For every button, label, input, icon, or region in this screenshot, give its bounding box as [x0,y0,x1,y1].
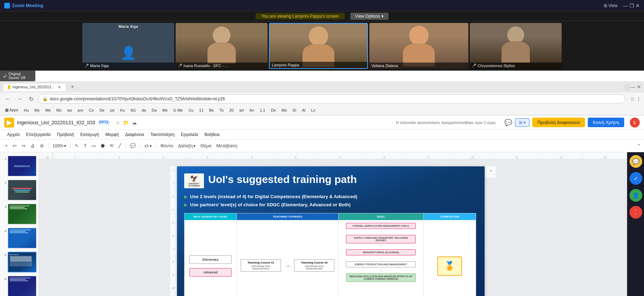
bookmark-pe[interactable]: pe [108,107,117,113]
url-bar[interactable]: 🔒 docs.google.com/presentation/d/1G70Yqv… [38,94,625,103]
bookmark-me1[interactable]: Me [43,107,53,113]
menu-taktopohsi[interactable]: Τακτοποίηση [147,131,177,138]
bookmark-ku[interactable]: Ku [118,107,127,113]
comment-icon[interactable]: 💬 [504,119,512,126]
zoom-tool-yellow[interactable]: 💬 [630,155,642,168]
bookmark-al[interactable]: Al [300,107,308,113]
menu-arxeio[interactable]: Αρχείο [4,131,23,138]
menu-morfi[interactable]: Μορφή [103,131,122,138]
zoom-tool-green[interactable]: 👤 [630,189,642,202]
toolbar-print[interactable]: 🖨 [28,142,37,149]
bookmark-11[interactable]: 11 [197,107,205,113]
thumbnail-item-5[interactable]: 5 UoI's training [1,251,37,273]
slide-frame[interactable]: 🦅 UNIVERSITYOF IOANNINA UoI's suggested … [177,166,485,296]
reload-button[interactable]: ↻ [27,95,36,103]
share-button[interactable]: Κοινή Χρήση [588,118,624,127]
bookmark-11b[interactable]: 1.1 [258,107,267,113]
maximize-button[interactable]: ❐ [630,3,634,8]
toolbar-comment[interactable]: 💬 [128,142,138,149]
new-tab-button[interactable]: + [68,84,77,90]
toolbar-redo[interactable]: ↪ [19,142,28,149]
bookmark-pre[interactable]: pre [76,107,86,113]
close-button[interactable]: ✕ [636,3,640,8]
menu-diafaneia[interactable]: Διαφάνεια [122,131,147,138]
thumbnail-item-6[interactable]: 6 [1,275,37,296]
bookmark-ws[interactable]: ws [65,107,74,113]
back-button[interactable]: ← [3,95,13,103]
zoom-tool-blue[interactable]: ✓ [630,172,642,185]
bookmark-be[interactable]: Be [207,107,216,113]
thumbnail-item-1[interactable]: 1 INGENIOUS [1,155,37,177]
bookmark-art[interactable]: art [237,107,246,113]
present-button[interactable]: Προβολή διαφανειών [532,118,585,127]
bookmarks-bar: ▦ Apps Hu My Me Mc ws pre Co De pe Ku Ib… [0,105,644,115]
settings-icon[interactable]: ⋮ [636,96,641,102]
toolbar-paint[interactable]: ⊘ [38,142,46,149]
forward-button[interactable]: → [15,95,25,103]
close-browser-icon[interactable]: ✕ [637,84,641,90]
zoom-tool-red[interactable]: 📍 [630,206,642,219]
toolbar-zoom[interactable]: 100%▾ [51,142,69,149]
menu-provoli[interactable]: Προβολή [54,131,77,138]
minimize-browser-icon[interactable]: — [631,84,636,90]
bookmark-gme[interactable]: G Me [171,107,185,113]
menu-eisagogi[interactable]: Εισαγωγή [77,131,102,138]
toolbar-background[interactable]: Φόντο [158,142,175,149]
participant-tile-lamprini[interactable]: Lamprini Pappa [269,23,368,69]
toolbar-layout-dropdown[interactable]: Διάταξη ▾ [176,142,198,149]
layout-button[interactable]: ⊞ ▾ [515,118,529,127]
toolbar-theme[interactable]: Θέμα [198,142,213,149]
thumbnail-item-2[interactable]: 2 [1,179,37,201]
participant-tile-ivana[interactable]: 🎤 Ivana Russiello - SFC - … [176,23,268,69]
bookmark-de[interactable]: De [98,107,107,113]
bookmark-apps[interactable]: ▦ Apps [3,107,21,113]
bookmark-da2[interactable]: Da [150,107,159,113]
bookmark-mo[interactable]: Mo [280,107,289,113]
bookmark-icon[interactable]: ☆ [630,96,635,102]
participant-tile-veliana[interactable]: Veliana Zlateva [369,23,468,69]
toolbar-shapes[interactable]: ⬟ [99,142,107,149]
bookmark-co[interactable]: Co [87,107,96,113]
notification-overlay[interactable]: 🔊 Original Sound: Off [0,71,35,81]
bookmark-my[interactable]: My [33,107,42,113]
participant-tile-maria[interactable]: 👤 🎤 Maria Xiga Maria Xiga [82,23,174,69]
toolbar-transition[interactable]: Μετάβαση [214,142,239,149]
tab-close-icon[interactable]: ✕ [58,85,61,90]
toolbar-rotate[interactable]: ⟲ [107,142,116,149]
bookmark-me2[interactable]: Me [160,107,170,113]
bookmark-ib1[interactable]: Ib1 [128,107,138,113]
bookmark-an[interactable]: An [247,107,256,113]
bookmark-to[interactable]: To [217,107,226,113]
toolbar-cursor[interactable]: ↖ [73,142,81,149]
cloud-icon[interactable]: ☁ [132,120,137,125]
view-options-button[interactable]: View Options ▾ [350,13,388,20]
participant-tile-chrysostomos[interactable]: 🎤 Chrysostomos Stylios [470,23,562,69]
move-icon[interactable]: 📁 [123,120,129,125]
bookmark-de2[interactable]: De [269,107,278,113]
toolbar-rect[interactable]: ▭ [89,142,98,149]
bookmark-di[interactable]: Di [291,107,298,113]
bookmark-lo[interactable]: Lo [309,107,317,113]
bookmark-da[interactable]: da [140,107,148,113]
toolbar-lang[interactable]: ελ ▾ [142,142,153,149]
menu-ergaleia[interactable]: Εργαλεία [178,131,201,138]
bookmark-cu[interactable]: Cu [186,107,195,113]
bookmark-hu[interactable]: Hu [22,107,31,113]
toolbar-collapse[interactable]: ⌃ [637,143,641,149]
browser-tab-active[interactable]: Ingenious_UoI_20220131_IO2_IO3 - Google … [3,83,66,91]
thumbnail-item-4[interactable]: 4 [1,227,37,249]
restore-icon[interactable]: ⬜ [623,84,629,90]
bookmark-20[interactable]: 20 [227,107,236,113]
user-avatar[interactable]: L [630,118,640,128]
toolbar-line[interactable]: ╱ [116,142,123,149]
bookmark-mc[interactable]: Mc [54,107,64,113]
toolbar-undo[interactable]: ↩ [11,142,19,149]
toolbar-text[interactable]: T [82,142,89,149]
collapse-icon[interactable]: ⌃ [487,168,494,176]
menu-voitheia[interactable]: Βοήθεια [201,131,222,138]
star-icon[interactable]: ☆ [116,120,120,125]
minimize-button[interactable]: — [623,3,628,8]
menu-epeksergasia[interactable]: Επεξεργασία [23,131,53,138]
thumbnail-item-3[interactable]: 3 [1,203,37,225]
toolbar-add[interactable]: + [3,142,10,149]
